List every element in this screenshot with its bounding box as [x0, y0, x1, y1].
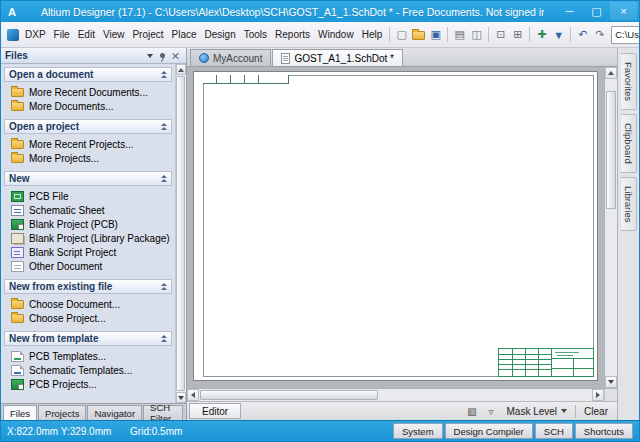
scrollbar-thumb[interactable]	[200, 390, 378, 400]
script-project-icon	[11, 247, 24, 258]
section-title: Open a project	[9, 121, 161, 132]
new-document-icon[interactable]: ▢	[393, 26, 410, 43]
list-item[interactable]: More Projects...	[11, 151, 172, 165]
other-document-icon	[11, 261, 24, 272]
tab-libraries[interactable]: Libraries	[621, 177, 637, 231]
list-item[interactable]: Schematic Templates...	[11, 363, 172, 377]
menu-view[interactable]: View	[99, 27, 129, 42]
menu-dxp[interactable]: DXP	[21, 27, 50, 42]
files-panel-scrollbar[interactable]	[175, 64, 186, 403]
scrollbar-thumb[interactable]	[606, 91, 616, 209]
list-item[interactable]: Blank Project (Library Package)	[11, 231, 172, 245]
files-panel: Files Open a document More Recent Docume…	[1, 48, 187, 420]
section-header[interactable]: New	[4, 171, 172, 186]
save-icon[interactable]: ▣	[427, 26, 444, 43]
panel-close-icon[interactable]	[169, 49, 182, 62]
tab-navigator[interactable]: Navigator	[87, 405, 142, 420]
separator	[575, 405, 576, 418]
list-item[interactable]: Other Document	[11, 259, 172, 273]
menu-reports[interactable]: Reports	[271, 27, 314, 42]
menu-place[interactable]: Place	[168, 27, 201, 42]
scroll-up-icon[interactable]	[605, 67, 617, 79]
section-header[interactable]: Open a document	[4, 67, 172, 82]
scroll-down-icon[interactable]	[605, 376, 617, 388]
scroll-down-icon[interactable]	[176, 392, 186, 403]
redo-icon[interactable]: ↷	[591, 26, 608, 43]
schematic-sheet[interactable]	[193, 71, 598, 381]
maximize-button[interactable]: ▢	[583, 2, 610, 20]
folder-icon	[11, 154, 24, 163]
schematic-canvas[interactable]	[187, 67, 604, 388]
section-header[interactable]: New from existing file	[4, 279, 172, 294]
menu-project[interactable]: Project	[128, 27, 167, 42]
list-item[interactable]: Choose Project...	[11, 311, 172, 325]
section-header[interactable]: New from template	[4, 331, 172, 346]
sch-button[interactable]: SCH	[535, 423, 573, 439]
minimize-button[interactable]: ─	[556, 2, 583, 20]
tab-clipboard[interactable]: Clipboard	[621, 114, 637, 173]
menu-help[interactable]: Help	[358, 27, 387, 42]
collapse-icon[interactable]	[161, 335, 167, 342]
close-button[interactable]: ×	[610, 2, 637, 20]
tab-projects[interactable]: Projects	[38, 405, 86, 420]
pin-icon[interactable]	[156, 49, 169, 62]
workspace: Files Open a document More Recent Docume…	[1, 48, 639, 420]
mask-dim-icon[interactable]: ▧	[465, 404, 480, 419]
list-item[interactable]: Schematic Sheet	[11, 203, 172, 217]
list-item[interactable]: More Recent Documents...	[11, 85, 172, 99]
list-item[interactable]: PCB File	[11, 189, 172, 203]
list-item[interactable]: PCB Templates...	[11, 349, 172, 363]
list-item[interactable]: Blank Project (PCB)	[11, 217, 172, 231]
section-header[interactable]: Open a project	[4, 119, 172, 134]
scrollbar-thumb[interactable]	[176, 76, 185, 391]
document-path-combo[interactable]	[611, 26, 639, 44]
list-item[interactable]: PCB Projects...	[11, 377, 172, 391]
open-document-icon[interactable]	[410, 26, 427, 43]
editor-bar: Editor ▧ ▿ Mask Level Clear	[187, 401, 617, 420]
mask-level-button[interactable]: Mask Level	[503, 404, 572, 419]
tab-favorites[interactable]: Favorites	[621, 53, 637, 110]
menu-design[interactable]: Design	[201, 27, 240, 42]
schematic-doc-icon	[281, 53, 290, 64]
filter-icon[interactable]: ▼	[550, 26, 567, 43]
status-bar: X:822.0mm Y:329.0mm Grid:0.5mm System De…	[1, 420, 639, 441]
vertical-scrollbar[interactable]	[604, 67, 617, 388]
menu-tools[interactable]: Tools	[240, 27, 271, 42]
system-button[interactable]: System	[393, 423, 443, 439]
list-item[interactable]: Blank Script Project	[11, 245, 172, 259]
list-item[interactable]: More Recent Projects...	[11, 137, 172, 151]
horizontal-scrollbar[interactable]	[187, 388, 617, 401]
tab-myaccount[interactable]: MyAccount	[190, 49, 271, 66]
clear-button[interactable]: Clear	[580, 404, 612, 419]
collapse-icon[interactable]	[161, 123, 167, 130]
collapse-icon[interactable]	[161, 71, 167, 78]
scroll-right-icon[interactable]	[592, 389, 604, 401]
zoom-fit-icon[interactable]: ⊡	[492, 26, 509, 43]
zoom-area-icon[interactable]: ⊞	[509, 26, 526, 43]
title-bar[interactable]: A Altium Designer (17.1) - C:\Users\Alex…	[1, 1, 639, 22]
list-item[interactable]: Choose Document...	[11, 297, 172, 311]
menu-window[interactable]: Window	[314, 27, 358, 42]
scroll-up-icon[interactable]	[176, 64, 186, 75]
menu-toolbar: DXP File Edit View Project Place Design …	[1, 22, 639, 48]
menu-edit[interactable]: Edit	[74, 27, 99, 42]
collapse-icon[interactable]	[161, 283, 167, 290]
print-icon[interactable]: ▤	[451, 26, 468, 43]
design-compiler-button[interactable]: Design Compiler	[445, 423, 533, 439]
scroll-left-icon[interactable]	[187, 389, 199, 401]
collapse-icon[interactable]	[161, 175, 167, 182]
cross-probe-icon[interactable]: ✚	[533, 26, 550, 43]
document-path-input[interactable]	[612, 27, 639, 42]
undo-icon[interactable]: ↶	[574, 26, 591, 43]
mask-options-icon[interactable]: ▿	[484, 404, 499, 419]
list-item[interactable]: More Documents...	[11, 99, 172, 113]
item-label: PCB Projects...	[29, 379, 97, 390]
tab-sch-filter[interactable]: SCH Filter	[143, 405, 183, 420]
tab-gost-schdot[interactable]: GOST_A1_1.SchDot *	[272, 49, 403, 66]
print-preview-icon[interactable]: ◫	[468, 26, 485, 43]
panel-menu-icon[interactable]	[143, 49, 156, 62]
editor-mode-button[interactable]: Editor	[189, 403, 241, 419]
menu-file[interactable]: File	[50, 27, 74, 42]
shortcuts-button[interactable]: Shortcuts	[575, 423, 633, 439]
tab-files[interactable]: Files	[3, 405, 37, 420]
